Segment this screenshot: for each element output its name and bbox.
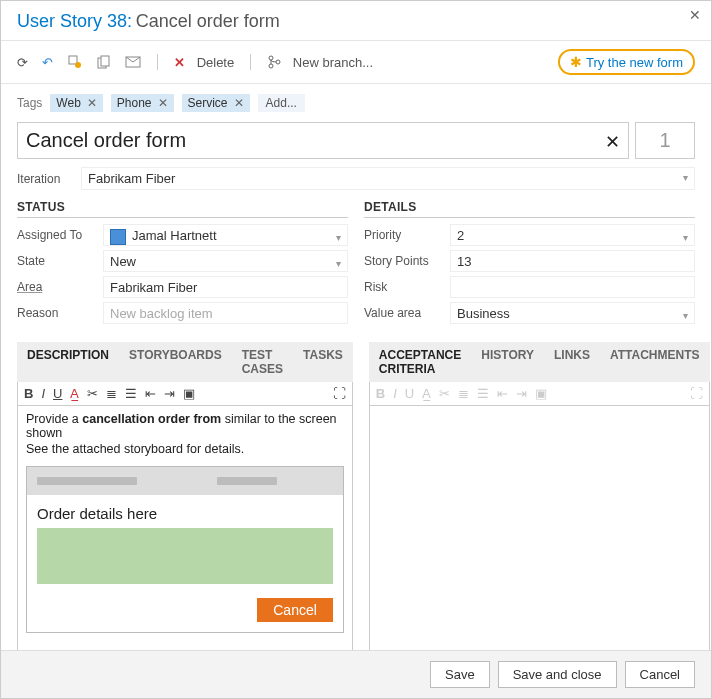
tab-test-cases[interactable]: TEST CASES: [232, 342, 293, 382]
new-branch-button[interactable]: New branch...: [267, 55, 373, 70]
details-header: DETAILS: [364, 200, 695, 218]
status-header: STATUS: [17, 200, 348, 218]
iteration-field[interactable]: Fabrikam Fiber▾: [81, 167, 695, 190]
tab-attachments[interactable]: ATTACHMENTS: [600, 342, 710, 382]
clear-format-icon: ✂: [439, 386, 450, 401]
outdent-icon[interactable]: ⇤: [145, 386, 156, 401]
tab-tasks[interactable]: TASKS: [293, 342, 353, 382]
tag-service[interactable]: Service✕: [182, 94, 250, 112]
reason-field[interactable]: New backlog item: [103, 302, 348, 324]
tab-links[interactable]: LINKS: [544, 342, 600, 382]
tab-history[interactable]: HISTORY: [471, 342, 544, 382]
area-label: Area: [17, 280, 103, 294]
image-icon[interactable]: ▣: [183, 386, 195, 401]
effort-input[interactable]: 1: [635, 122, 695, 159]
title-input[interactable]: Cancel order form✕: [17, 122, 629, 159]
add-tag-button[interactable]: Add...: [258, 94, 305, 112]
risk-label: Risk: [364, 280, 450, 294]
assigned-to-field[interactable]: Jamal Hartnett▾: [103, 224, 348, 246]
indent-icon: ⇥: [516, 386, 527, 401]
sparkle-icon: ✱: [570, 54, 582, 70]
state-field[interactable]: New▾: [103, 250, 348, 272]
description-editor[interactable]: Provide a cancellation order from simila…: [17, 406, 353, 654]
remove-tag-icon[interactable]: ✕: [87, 96, 97, 110]
close-icon[interactable]: ✕: [689, 7, 701, 23]
outdent-icon: ⇤: [497, 386, 508, 401]
indent-icon[interactable]: ⇥: [164, 386, 175, 401]
clear-format-icon[interactable]: ✂: [87, 386, 98, 401]
save-close-button[interactable]: Save and close: [498, 661, 617, 688]
story-points-label: Story Points: [364, 254, 450, 268]
bullet-list-icon: ≣: [458, 386, 469, 401]
cancel-button[interactable]: Cancel: [625, 661, 695, 688]
tag-web[interactable]: Web✕: [50, 94, 102, 112]
mock-green-block: [37, 528, 333, 584]
svg-point-6: [269, 64, 273, 68]
tab-description[interactable]: DESCRIPTION: [17, 342, 119, 382]
value-area-field[interactable]: Business▾: [450, 302, 695, 324]
bold-icon: B: [376, 386, 385, 401]
number-list-icon[interactable]: ☰: [125, 386, 137, 401]
maximize-icon[interactable]: ⛶: [690, 386, 703, 401]
mockup-image: Order details here Cancel: [26, 466, 344, 633]
priority-label: Priority: [364, 228, 450, 242]
save-button[interactable]: Save: [430, 661, 490, 688]
tab-storyboards[interactable]: STORYBOARDS: [119, 342, 232, 382]
svg-point-1: [75, 62, 81, 68]
svg-rect-0: [69, 56, 77, 64]
workitem-id: 38: [107, 11, 127, 31]
italic-icon[interactable]: I: [41, 386, 45, 401]
italic-icon: I: [393, 386, 397, 401]
delete-button[interactable]: ✕ Delete: [174, 55, 234, 70]
undo-icon[interactable]: ↶: [42, 55, 53, 70]
rich-editor-toolbar: B I U A̲ ✂ ≣ ☰ ⇤ ⇥ ▣ ⛶: [17, 382, 353, 406]
font-color-icon: A̲: [422, 386, 431, 401]
bullet-list-icon[interactable]: ≣: [106, 386, 117, 401]
workitem-type: User Story: [17, 11, 102, 31]
iteration-label: Iteration: [17, 172, 71, 186]
priority-field[interactable]: 2▾: [450, 224, 695, 246]
font-color-icon[interactable]: A̲: [70, 386, 79, 401]
separator: [250, 54, 251, 70]
svg-point-5: [269, 56, 273, 60]
risk-field[interactable]: [450, 276, 695, 298]
underline-icon[interactable]: U: [53, 386, 62, 401]
toolbar: ⟳ ↶ ✕ Delete New branch... ✱Try the new …: [1, 41, 711, 84]
header-title: Cancel order form: [136, 11, 280, 31]
clear-title-icon[interactable]: ✕: [605, 131, 620, 153]
value-area-label: Value area: [364, 306, 450, 320]
chevron-down-icon: ▾: [683, 229, 688, 247]
svg-rect-3: [101, 56, 109, 66]
email-icon[interactable]: [125, 56, 141, 68]
state-label: State: [17, 254, 103, 268]
bold-icon[interactable]: B: [24, 386, 33, 401]
mock-cancel-button: Cancel: [257, 598, 333, 622]
refresh-icon[interactable]: ⟳: [17, 55, 28, 70]
tags-label: Tags: [17, 96, 42, 110]
remove-tag-icon[interactable]: ✕: [158, 96, 168, 110]
remove-tag-icon[interactable]: ✕: [234, 96, 244, 110]
tab-acceptance-criteria[interactable]: ACCEPTANCE CRITERIA: [369, 342, 471, 382]
maximize-icon[interactable]: ⛶: [333, 386, 346, 401]
chevron-down-icon: ▾: [683, 172, 688, 183]
avatar: [110, 229, 126, 245]
number-list-icon: ☰: [477, 386, 489, 401]
story-points-field[interactable]: 13: [450, 250, 695, 272]
assign-icon[interactable]: [67, 54, 83, 70]
try-new-form-button[interactable]: ✱Try the new form: [558, 49, 695, 75]
assigned-to-label: Assigned To: [17, 228, 103, 242]
reason-label: Reason: [17, 306, 103, 320]
chevron-down-icon: ▾: [683, 307, 688, 325]
chevron-down-icon: ▾: [336, 255, 341, 273]
chevron-down-icon: ▾: [336, 229, 341, 247]
svg-point-7: [276, 60, 280, 64]
dialog-footer: Save Save and close Cancel: [1, 650, 711, 698]
acceptance-criteria-editor[interactable]: [369, 406, 710, 654]
mock-title: Order details here: [37, 505, 333, 522]
underline-icon: U: [405, 386, 414, 401]
area-field[interactable]: Fabrikam Fiber: [103, 276, 348, 298]
separator: [157, 54, 158, 70]
copy-icon[interactable]: [97, 55, 111, 69]
tag-phone[interactable]: Phone✕: [111, 94, 174, 112]
rich-editor-toolbar-disabled: B I U A̲ ✂ ≣ ☰ ⇤ ⇥ ▣ ⛶: [369, 382, 710, 406]
